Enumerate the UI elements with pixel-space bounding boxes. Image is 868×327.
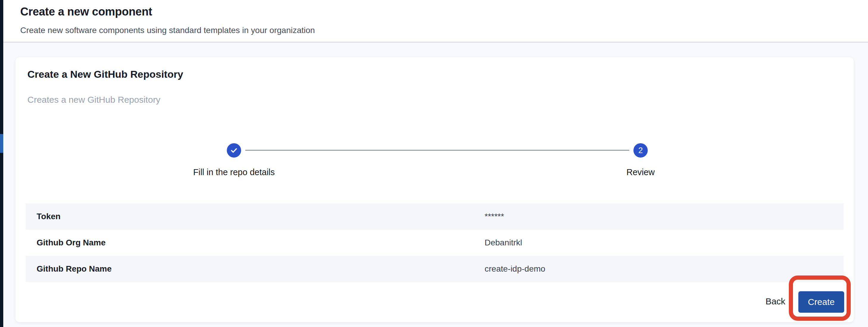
table-row: Github Org Name Debanitrkl <box>26 230 844 256</box>
table-row: Token ****** <box>26 203 844 230</box>
step-2-label: Review <box>566 167 715 177</box>
row-value: create-idp-demo <box>485 264 545 274</box>
row-label: Github Repo Name <box>26 264 112 274</box>
create-button[interactable]: Create <box>798 291 844 313</box>
step-1-circle <box>227 143 241 157</box>
template-wizard-card: Create a New GitHub Repository Creates a… <box>16 57 854 322</box>
card-title: Create a New GitHub Repository <box>27 68 183 80</box>
page-title: Create a new component <box>20 5 152 18</box>
page-subtitle: Create new software components using sta… <box>20 26 315 35</box>
step-2-number: 2 <box>638 146 643 155</box>
step-connector-line <box>245 150 629 151</box>
sidebar-active-indicator <box>0 134 3 153</box>
row-label: Token <box>26 212 60 221</box>
review-table: Token ****** Github Org Name Debanitrkl … <box>26 203 844 282</box>
step-2-circle: 2 <box>633 143 648 157</box>
table-row: Github Repo Name create-idp-demo <box>26 256 844 282</box>
check-icon <box>230 147 238 154</box>
row-value: Debanitrkl <box>485 238 522 247</box>
back-button[interactable]: Back <box>759 294 792 309</box>
card-subtitle: Creates a new GitHub Repository <box>27 95 160 105</box>
page-header: Create a new component Create new softwa… <box>3 0 868 42</box>
row-label: Github Org Name <box>26 238 106 247</box>
row-value: ****** <box>485 212 504 221</box>
collapsed-sidebar <box>0 0 3 327</box>
step-1-label: Fill in the repo details <box>160 167 308 177</box>
